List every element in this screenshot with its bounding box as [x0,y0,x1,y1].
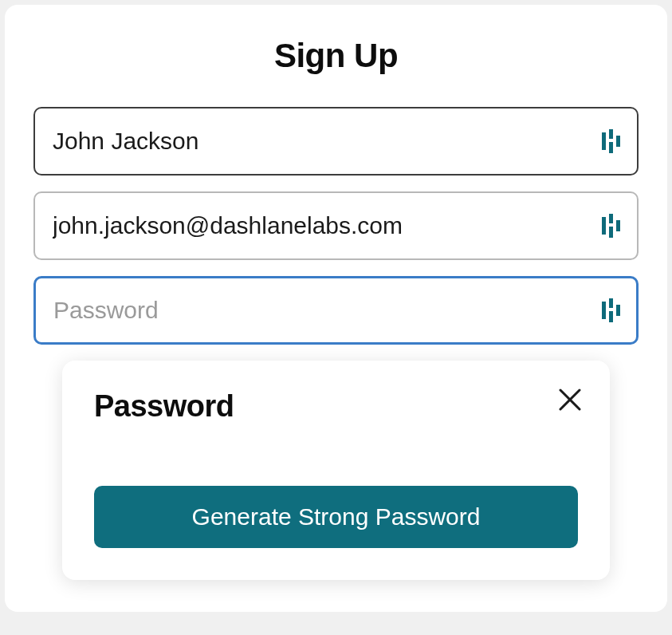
password-generator-popup: Password Generate Strong Password [62,361,610,580]
password-field-wrapper [33,276,639,345]
popup-title: Password [94,389,578,424]
close-button[interactable] [554,385,586,416]
email-field-wrapper [33,191,639,260]
close-icon [557,387,583,415]
name-input[interactable] [33,107,639,176]
signup-card: Sign Up [5,5,667,612]
email-input[interactable] [33,191,639,260]
password-input[interactable] [33,276,639,345]
generate-password-button[interactable]: Generate Strong Password [94,486,578,548]
page-title: Sign Up [33,37,639,75]
name-field-wrapper [33,107,639,176]
